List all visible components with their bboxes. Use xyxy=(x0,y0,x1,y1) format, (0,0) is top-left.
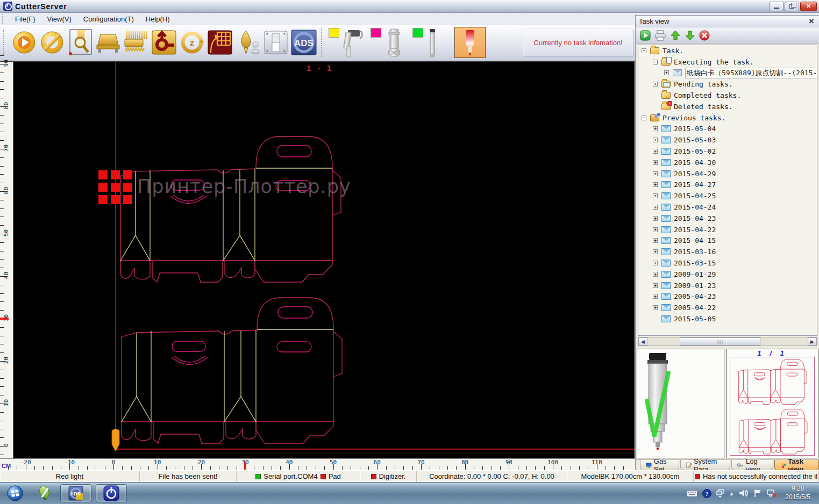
menu-help[interactable]: Help(H) xyxy=(140,14,176,24)
menu-view[interactable]: View(V) xyxy=(41,14,77,24)
delete-task-button[interactable] xyxy=(699,30,710,41)
tree-item[interactable]: +2015-05-02 xyxy=(638,146,817,157)
volume-tray-icon[interactable] xyxy=(739,489,749,498)
tree-item[interactable]: +2015-04-29 xyxy=(638,168,817,179)
h-ruler-label: 0 xyxy=(112,459,116,466)
tree-toggle-plus-icon[interactable]: + xyxy=(653,160,658,165)
tree-item[interactable]: +2005-04-23 xyxy=(638,291,817,303)
tree-item[interactable]: +2015-05-04 xyxy=(638,124,817,135)
tree-toggle-plus-icon[interactable]: + xyxy=(653,294,658,299)
drawing-canvas[interactable]: Принтер-Плоттер.ру 1 - 1 xyxy=(13,62,635,458)
scroll-thumb[interactable]: |||| xyxy=(680,337,760,345)
coreldraw-taskbar-button[interactable] xyxy=(31,484,56,502)
help-tray-icon[interactable]: ? xyxy=(702,489,711,498)
tool-head-magenta-button[interactable] xyxy=(371,27,412,58)
scroll-track[interactable]: |||| xyxy=(647,337,808,345)
start-button[interactable] xyxy=(10,27,38,58)
tree-toggle-plus-icon[interactable]: + xyxy=(653,261,658,265)
tree-item[interactable]: +2009-01-23 xyxy=(638,280,817,291)
tree-item[interactable]: +2015-04-27 xyxy=(638,179,817,191)
tree-item[interactable]: +2015-04-24 xyxy=(638,201,817,213)
tree-item[interactable]: −Previous tasks. xyxy=(638,112,817,124)
tree-toggle-plus-icon[interactable]: + xyxy=(653,205,658,210)
scroll-left-icon[interactable]: ◀ xyxy=(638,337,647,345)
tree-item[interactable]: −Executing the task. xyxy=(638,56,817,68)
restore-button[interactable] xyxy=(785,2,799,11)
window-stack-tray-icon[interactable] xyxy=(716,489,724,498)
ads-button[interactable]: ADS xyxy=(290,27,318,58)
tab-system-para[interactable]: System Para xyxy=(680,460,731,471)
menu-file[interactable]: File(F) xyxy=(9,14,41,24)
tab-task-view[interactable]: Task view xyxy=(774,460,819,471)
marker-tool-button[interactable] xyxy=(454,27,486,58)
tree-toggle-plus-icon[interactable]: + xyxy=(653,138,658,142)
tree-item[interactable]: +2015-04-22 xyxy=(638,224,817,235)
tool-head-yellow-button[interactable] xyxy=(329,27,371,58)
move-up-button[interactable] xyxy=(670,30,681,41)
tree-item[interactable]: +纸袋白卡（595X889)原点切割--(2015- xyxy=(638,68,817,79)
tree-item[interactable]: 2015-05-05 xyxy=(638,313,817,325)
tree-item[interactable]: +2015-03-15 xyxy=(638,257,817,269)
disable-button[interactable] xyxy=(38,27,66,58)
tree-toggle-plus-icon[interactable]: + xyxy=(653,182,658,187)
panel-close-icon[interactable]: ✕ xyxy=(807,17,816,25)
tree-item[interactable]: +Pending tasks. xyxy=(638,78,817,90)
grid-cut-button[interactable] xyxy=(206,27,234,58)
tree-toggle-minus-icon[interactable]: − xyxy=(642,48,646,53)
scroll-right-icon[interactable]: ▶ xyxy=(808,337,817,345)
tree-item[interactable]: +2015-04-30 xyxy=(638,157,817,168)
tree-toggle-plus-icon[interactable]: + xyxy=(653,126,658,131)
network-tray-icon[interactable] xyxy=(767,489,777,498)
press-button[interactable] xyxy=(94,27,122,58)
keyboard-tray-icon[interactable] xyxy=(687,490,697,497)
start-button-orb[interactable] xyxy=(3,484,27,502)
tree-toggle-minus-icon[interactable]: − xyxy=(642,116,646,120)
print-task-button[interactable] xyxy=(654,30,666,41)
action-center-flag-icon[interactable] xyxy=(754,489,762,498)
tree-toggle-plus-icon[interactable]: + xyxy=(664,70,669,75)
tree-toggle-plus-icon[interactable]: + xyxy=(653,82,658,87)
tab-log-view[interactable]: Log view xyxy=(731,460,773,471)
close-button[interactable]: ✕ xyxy=(800,2,817,11)
tree-toggle-plus-icon[interactable]: + xyxy=(653,227,658,232)
tree-item[interactable]: Deleted tasks. xyxy=(638,101,817,112)
tree-item[interactable]: +2015-04-23 xyxy=(638,213,817,224)
origin-move-button[interactable] xyxy=(150,27,178,58)
tree-horizontal-scrollbar[interactable]: ◀ |||| ▶ xyxy=(638,337,817,346)
tree-item[interactable]: +2015-04-15 xyxy=(638,235,817,247)
v-ruler-tick xyxy=(0,437,4,438)
tree-toggle-plus-icon[interactable]: + xyxy=(653,171,658,176)
tree-toggle-plus-icon[interactable]: + xyxy=(653,272,658,277)
rotate-z-button[interactable]: z xyxy=(178,27,206,58)
comb-button[interactable] xyxy=(122,27,150,58)
minimize-button[interactable] xyxy=(769,2,784,11)
cutterserver-taskbar-button[interactable] xyxy=(96,484,127,502)
tree-item[interactable]: +2015-03-16 xyxy=(638,246,817,257)
move-down-button[interactable] xyxy=(685,30,695,41)
plumb-pen-button[interactable] xyxy=(234,27,262,58)
tool-head-green-button[interactable] xyxy=(412,27,454,58)
tree-item[interactable]: +2015-04-25 xyxy=(638,190,817,201)
tree-toggle-plus-icon[interactable]: + xyxy=(653,193,658,198)
tree-toggle-plus-icon[interactable]: + xyxy=(653,283,658,288)
tree-toggle-plus-icon[interactable]: + xyxy=(653,149,658,154)
tree-item[interactable]: −Task. xyxy=(638,45,817,56)
tree-item[interactable]: Completed tasks. xyxy=(638,90,817,101)
tree-item[interactable]: +2015-05-03 xyxy=(638,134,817,146)
menu-configuration[interactable]: Configuration(T) xyxy=(77,14,140,24)
mail-icon xyxy=(661,260,671,267)
tree-toggle-plus-icon[interactable]: + xyxy=(653,249,658,254)
tree-toggle-plus-icon[interactable]: + xyxy=(653,216,658,221)
tree-toggle-plus-icon[interactable]: + xyxy=(653,238,658,243)
tree-item[interactable]: +2005-04-22 xyxy=(638,302,817,313)
tree-toggle-plus-icon[interactable]: + xyxy=(653,305,658,310)
ads-taskbar-button[interactable]: ADS xyxy=(60,484,91,502)
tab-gas-set[interactable]: Gas Set xyxy=(640,460,679,471)
show-hidden-icons-button[interactable]: ▲ xyxy=(729,491,734,496)
tree-toggle-minus-icon[interactable]: − xyxy=(653,60,658,64)
tree-item[interactable]: +2009-01-29 xyxy=(638,269,817,280)
zoom-select-button[interactable] xyxy=(66,27,94,58)
switch-button[interactable] xyxy=(262,27,290,58)
run-task-button[interactable] xyxy=(640,30,651,41)
tray-clock[interactable]: 9:28 2015/5/5 xyxy=(782,485,814,501)
